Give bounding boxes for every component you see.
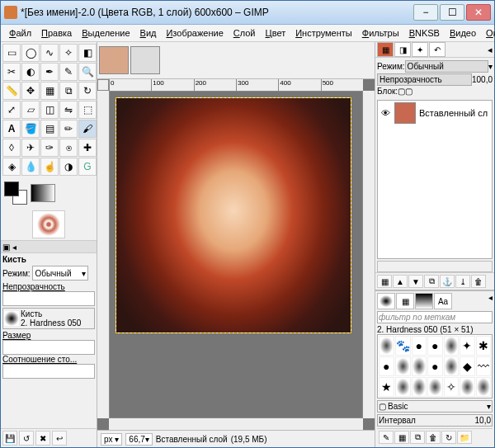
opacity-slider[interactable]: [2, 291, 95, 306]
tool-paths[interactable]: ✒: [40, 63, 59, 81]
minimize-button[interactable]: −: [413, 4, 438, 21]
tool-ellipse-select[interactable]: ◯: [21, 44, 40, 62]
open-folder-icon[interactable]: 📁: [457, 431, 472, 444]
menu-windows[interactable]: Окна: [481, 26, 495, 40]
tool-zoom[interactable]: 🔍: [78, 63, 97, 81]
tool-perspective-clone[interactable]: ◈: [2, 158, 21, 176]
tab-patterns[interactable]: ▦: [396, 293, 414, 309]
ruler-vertical[interactable]: [97, 91, 110, 418]
fg-bg-swatch[interactable]: [4, 182, 27, 205]
lock-pixels-icon[interactable]: ▢: [398, 87, 405, 96]
brush-selector[interactable]: Кисть2. Hardness 050: [2, 308, 95, 329]
visibility-eye-icon[interactable]: 👁: [380, 107, 391, 119]
tab-channels[interactable]: ◨: [394, 42, 411, 57]
layer-opacity-slider[interactable]: Непрозрачность: [377, 73, 472, 86]
tool-align[interactable]: ▦: [40, 82, 59, 100]
tool-scissors[interactable]: ✂: [2, 63, 21, 81]
new-brush-icon[interactable]: ▦: [394, 431, 409, 444]
layer-mode-select[interactable]: Обычный: [405, 60, 488, 73]
brush-item[interactable]: [379, 356, 394, 376]
tool-heal[interactable]: ✚: [78, 139, 97, 157]
zoom-select[interactable]: 66,7▾: [125, 433, 152, 446]
tool-scale[interactable]: ⤢: [2, 101, 21, 119]
gradient-thumb[interactable]: [31, 184, 55, 202]
scrollbar-h[interactable]: [109, 417, 363, 430]
merge-down-icon[interactable]: ⤓: [455, 275, 470, 288]
tab-undo[interactable]: ↶: [429, 42, 446, 57]
tool-rotate[interactable]: ↻: [78, 82, 97, 100]
brush-item[interactable]: [476, 377, 492, 397]
tool-cage[interactable]: ⬚: [78, 101, 97, 119]
tool-text[interactable]: A: [2, 120, 21, 138]
brush-item[interactable]: [444, 336, 460, 356]
menu-filters[interactable]: Фильтры: [357, 26, 404, 40]
menu-image[interactable]: Изображение: [161, 26, 228, 40]
menu-file[interactable]: Файл: [4, 26, 36, 40]
brushes-menu-icon[interactable]: ◂: [488, 293, 493, 309]
lock-alpha-icon[interactable]: ▢: [405, 87, 412, 96]
tab-layers[interactable]: ▦: [377, 42, 394, 57]
tab-brushes[interactable]: [377, 293, 395, 309]
raise-layer-icon[interactable]: ▲: [393, 275, 408, 288]
scrollbar-v[interactable]: [362, 91, 375, 418]
maximize-button[interactable]: ☐: [440, 4, 464, 21]
brush-item[interactable]: [427, 377, 443, 397]
menu-view[interactable]: Вид: [135, 26, 162, 40]
delete-icon[interactable]: ✖: [35, 431, 50, 446]
tab-fonts[interactable]: Aa: [434, 293, 452, 309]
tool-free-select[interactable]: ∿: [40, 44, 59, 62]
tool-color-select[interactable]: ◧: [78, 44, 97, 62]
brush-item[interactable]: [395, 377, 411, 397]
tool-fuzzy-select[interactable]: ✧: [59, 44, 78, 62]
tab-paths[interactable]: ✦: [412, 42, 428, 57]
brush-item[interactable]: ✱: [476, 336, 492, 356]
anchor-layer-icon[interactable]: ⚓: [440, 275, 455, 288]
tool-gegl[interactable]: G: [78, 158, 97, 176]
tool-flip[interactable]: ⇋: [59, 101, 78, 119]
tool-foreground[interactable]: ◐: [21, 63, 40, 81]
tool-dodge[interactable]: ◑: [59, 158, 78, 176]
tool-rect-select[interactable]: ▭: [2, 44, 21, 62]
tool-pencil[interactable]: ✏: [59, 120, 78, 138]
ratio-slider[interactable]: [2, 364, 95, 379]
brush-basic-select[interactable]: Basic: [388, 402, 485, 411]
brush-item[interactable]: 〰: [476, 356, 492, 376]
menu-edit[interactable]: Правка: [36, 26, 77, 40]
tool-blend[interactable]: ▤: [40, 120, 59, 138]
brush-item[interactable]: [412, 356, 427, 376]
brush-item[interactable]: [395, 356, 411, 376]
refresh-brush-icon[interactable]: ↻: [441, 431, 456, 444]
menu-layer[interactable]: Слой: [229, 26, 261, 40]
chevron-down-icon[interactable]: ▾: [487, 402, 491, 411]
brush-item[interactable]: [412, 336, 427, 356]
brush-item[interactable]: ✦: [460, 336, 475, 356]
tool-color-picker[interactable]: ✎: [59, 63, 78, 81]
reset-icon[interactable]: ↺: [19, 431, 34, 446]
size-slider[interactable]: [2, 340, 95, 355]
tool-perspective[interactable]: ◫: [40, 101, 59, 119]
fg-color[interactable]: [4, 182, 19, 196]
brush-item[interactable]: [379, 377, 394, 397]
copy-brush-icon[interactable]: ⧉: [410, 431, 425, 444]
tool-measure[interactable]: 📏: [2, 82, 21, 100]
ruler-horizontal[interactable]: 0100200300400500: [109, 79, 363, 92]
new-layer-icon[interactable]: ▦: [377, 275, 392, 288]
brush-item[interactable]: [444, 356, 460, 376]
menu-bnksb[interactable]: BNKSB: [404, 26, 445, 40]
menu-video[interactable]: Видео: [445, 26, 481, 40]
tool-ink[interactable]: ✑: [40, 139, 59, 157]
menu-colors[interactable]: Цвет: [261, 26, 291, 40]
image-tab-2[interactable]: [130, 46, 160, 74]
layer-item[interactable]: 👁 Вставленный сл: [378, 101, 492, 125]
brush-item[interactable]: [412, 377, 427, 397]
dock-menu-icon[interactable]: ◂: [488, 45, 493, 55]
tool-crop[interactable]: ⧉: [59, 82, 78, 100]
brush-grid[interactable]: 🐾 ✦ ✱ ◆ 〰 ✧: [377, 334, 493, 398]
tool-smudge[interactable]: ☝: [40, 158, 59, 176]
delete-brush-icon[interactable]: 🗑: [426, 431, 441, 444]
tool-paintbrush[interactable]: 🖌: [78, 120, 97, 138]
mode-select[interactable]: Обычный▾: [32, 266, 88, 281]
unit-select[interactable]: px ▾: [101, 433, 122, 446]
brush-item[interactable]: [460, 377, 475, 397]
brush-item[interactable]: 🐾: [395, 336, 411, 356]
